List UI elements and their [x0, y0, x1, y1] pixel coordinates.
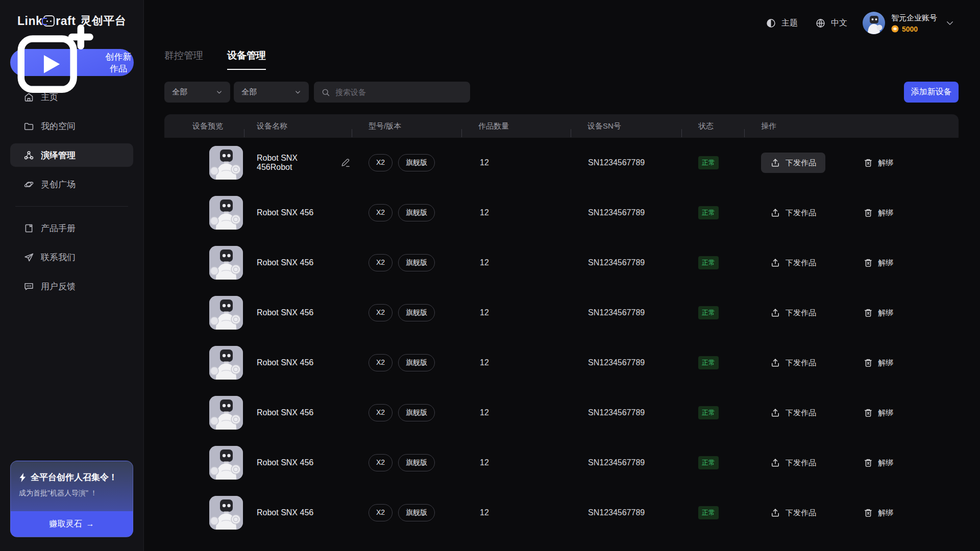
- works-count: 12: [461, 508, 571, 517]
- filter-dropdown-2-value: 全部: [241, 87, 257, 97]
- sidebar-item-performance-management[interactable]: 演绎管理: [10, 143, 133, 167]
- cell-model-version: X2 旗舰版: [352, 454, 461, 471]
- unbind-button[interactable]: 解绑: [854, 503, 902, 523]
- status-badge: 正常: [698, 256, 719, 269]
- unbind-label: 解绑: [878, 358, 893, 368]
- deploy-work-button[interactable]: 下发作品: [761, 253, 825, 273]
- robot-image: [209, 496, 243, 530]
- sidebar-item-label: 我的空间: [41, 120, 76, 132]
- user-avatar[interactable]: [863, 12, 885, 34]
- filter-dropdown-1[interactable]: 全部: [164, 82, 230, 103]
- unbind-button[interactable]: 解绑: [854, 303, 902, 323]
- unbind-button[interactable]: 解绑: [854, 153, 902, 173]
- deploy-work-button[interactable]: 下发作品: [761, 453, 825, 473]
- works-count: 12: [461, 408, 571, 417]
- sidebar-item-my-space[interactable]: 我的空间: [10, 114, 133, 138]
- unbind-label: 解绑: [878, 158, 893, 168]
- device-name: Robot SNX 456: [257, 508, 313, 517]
- unbind-button[interactable]: 解绑: [854, 403, 902, 423]
- tab-group-control[interactable]: 群控管理: [164, 49, 203, 70]
- deploy-work-button[interactable]: 下发作品: [761, 203, 825, 223]
- trash-icon: [863, 508, 873, 518]
- table-row: Robot SNX 456 X2 旗舰版 12 SN1234567789 正常 …: [164, 238, 959, 288]
- cell-model-version: X2 旗舰版: [352, 504, 461, 521]
- version-badge: 旗舰版: [398, 504, 435, 521]
- column-header-status: 状态: [681, 121, 744, 131]
- version-badge: 旗舰版: [398, 154, 435, 171]
- theme-label: 主题: [781, 18, 798, 29]
- cell-preview: [164, 446, 244, 480]
- table-row: Robot SNX 456 X2 旗舰版 12 SN1234567789 正常 …: [164, 388, 959, 438]
- upload-icon: [770, 358, 780, 368]
- deploy-work-label: 下发作品: [786, 308, 816, 318]
- works-count: 12: [461, 208, 571, 217]
- status-badge: 正常: [698, 356, 719, 369]
- deploy-work-button[interactable]: 下发作品: [761, 153, 825, 173]
- device-thumbnail: [209, 196, 243, 230]
- tab-device-management[interactable]: 设备管理: [227, 49, 266, 70]
- promo-title-row: 全平台创作人召集令！: [19, 471, 125, 483]
- sidebar-item-contact-us[interactable]: 联系我们: [10, 245, 133, 269]
- sidebar-item-user-feedback[interactable]: 用户反馈: [10, 274, 133, 298]
- deploy-work-label: 下发作品: [786, 158, 816, 168]
- unbind-button[interactable]: 解绑: [854, 203, 902, 223]
- device-thumbnail: [209, 296, 243, 330]
- create-new-work-button[interactable]: 创作新作品: [10, 49, 134, 76]
- unbind-button[interactable]: 解绑: [854, 353, 902, 373]
- deploy-work-button[interactable]: 下发作品: [761, 403, 825, 423]
- trash-icon: [863, 308, 873, 318]
- works-count: 12: [461, 458, 571, 467]
- cell-name: Robot SNX 456: [244, 508, 352, 517]
- account-name: 智元企业账号: [891, 13, 937, 23]
- cell-actions: 下发作品 解绑: [744, 203, 959, 223]
- table-row: Robot SNX 456 X2 旗舰版 12 SN1234567789 正常 …: [164, 488, 959, 538]
- cell-preview: [164, 496, 244, 530]
- unbind-button[interactable]: 解绑: [854, 453, 902, 473]
- status-badge: 正常: [698, 306, 719, 319]
- edit-icon[interactable]: [340, 157, 352, 168]
- deploy-work-button[interactable]: 下发作品: [761, 353, 825, 373]
- device-thumbnail: [209, 496, 243, 530]
- add-device-button[interactable]: 添加新设备: [904, 82, 959, 103]
- device-sn: SN1234567789: [571, 258, 681, 267]
- coin-icon: [891, 25, 899, 33]
- sidebar-item-product-manual[interactable]: 产品手册: [10, 216, 133, 240]
- folder-icon: [23, 121, 34, 132]
- trash-icon: [863, 408, 873, 418]
- language-switcher[interactable]: 中文: [815, 18, 847, 29]
- sidebar-item-lingchuang-plaza[interactable]: 灵创广场: [10, 172, 133, 196]
- arrow-right-icon: →: [86, 519, 94, 529]
- cell-preview: [164, 396, 244, 430]
- filter-dropdown-2[interactable]: 全部: [234, 82, 309, 103]
- table-body: Robot SNX 456Robot X2 旗舰版 12 SN123456778…: [164, 138, 959, 538]
- robot-image: [209, 146, 243, 180]
- version-badge: 旗舰版: [398, 204, 435, 221]
- trash-icon: [863, 158, 873, 168]
- account-info[interactable]: 智元企业账号 5000: [891, 13, 937, 33]
- earn-gems-button[interactable]: 赚取灵石 →: [11, 511, 133, 537]
- search-input[interactable]: [335, 88, 463, 96]
- cell-status: 正常: [681, 456, 744, 469]
- unbind-button[interactable]: 解绑: [854, 253, 902, 273]
- sidebar-item-home[interactable]: 主页: [10, 85, 133, 109]
- cell-status: 正常: [681, 256, 744, 269]
- cell-actions: 下发作品 解绑: [744, 303, 959, 323]
- works-count: 12: [461, 258, 571, 267]
- deploy-work-label: 下发作品: [786, 458, 816, 468]
- search-icon: [321, 88, 330, 97]
- model-badge: X2: [369, 454, 393, 471]
- unbind-label: 解绑: [878, 208, 893, 218]
- trash-icon: [863, 358, 873, 368]
- deploy-work-button[interactable]: 下发作品: [761, 503, 825, 523]
- cell-name: Robot SNX 456: [244, 208, 352, 217]
- main-tabs: 群控管理 设备管理: [164, 49, 266, 70]
- account-chevron-down-icon[interactable]: [945, 18, 954, 28]
- table-header: 设备预览 设备名称 型号/版本 作品数量 设备SN号 状态 操作: [164, 114, 959, 138]
- promo-subtitle: 成为首批"机器人导演" ！: [19, 489, 125, 498]
- device-name: Robot SNX 456: [257, 408, 313, 417]
- cell-actions: 下发作品 解绑: [744, 253, 959, 273]
- sidebar-item-label: 联系我们: [41, 252, 76, 263]
- theme-toggle[interactable]: 主题: [766, 18, 798, 29]
- trash-icon: [863, 458, 873, 468]
- deploy-work-button[interactable]: 下发作品: [761, 303, 825, 323]
